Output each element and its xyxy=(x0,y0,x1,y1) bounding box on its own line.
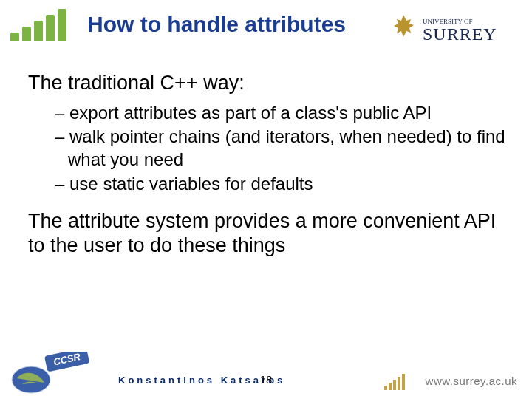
slide-body: The traditional C++ way: export attribut… xyxy=(28,71,510,265)
slide-title: How to handle attributes xyxy=(87,12,346,37)
site-url: www.surrey.ac.uk xyxy=(426,375,517,387)
intro-line: The traditional C++ way: xyxy=(28,71,510,96)
page-number: 18 xyxy=(260,373,273,386)
slide-header: How to handle attributes UNIVERSITY OF S… xyxy=(0,7,532,52)
bullet-item: use static variables for defaults xyxy=(28,173,510,196)
university-logo: UNIVERSITY OF SURREY xyxy=(393,12,519,46)
slide-footer: CCSR Konstantinos Katsaros 18 www.surrey… xyxy=(0,352,532,399)
footer-signal-icon xyxy=(384,374,406,390)
bullet-list: export attributes as part of a class's p… xyxy=(28,102,510,196)
signal-bars-icon xyxy=(10,9,69,41)
slide: How to handle attributes UNIVERSITY OF S… xyxy=(0,0,532,399)
summary-line: The attribute system provides a more con… xyxy=(28,209,510,259)
university-name-text: SURREY xyxy=(423,24,497,44)
bullet-item: export attributes as part of a class's p… xyxy=(28,102,510,125)
bullet-item: walk pointer chains (and iterators, when… xyxy=(28,126,510,171)
ccsr-logo: CCSR xyxy=(7,352,96,398)
